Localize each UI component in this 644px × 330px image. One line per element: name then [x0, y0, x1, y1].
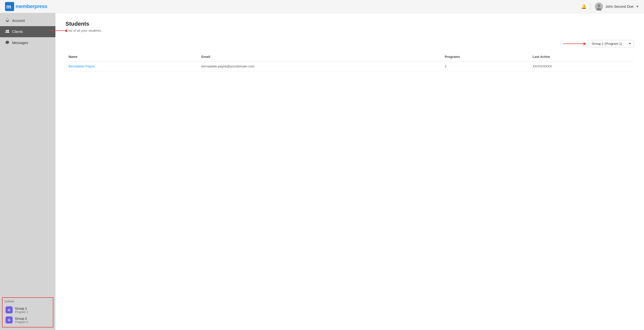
- avatar: [595, 3, 603, 11]
- user-menu[interactable]: John Second Doe ▼: [595, 3, 639, 11]
- sidebar-account-label: Account: [12, 19, 25, 23]
- user-name: John Second Doe: [605, 5, 633, 9]
- notification-bell-icon[interactable]: 🔔: [581, 4, 587, 9]
- student-programs-cell: 2: [442, 61, 530, 71]
- messages-icon: [5, 40, 10, 45]
- table-row: Bernadette Payne bernadette.payne@yourdo…: [65, 61, 634, 71]
- sidebar-clients-label: Clients: [12, 30, 23, 34]
- col-email: Email: [198, 52, 442, 61]
- header-right: 🔔 John Second Doe ▼: [581, 3, 639, 11]
- memberpress-logo-icon: m: [5, 2, 14, 11]
- cohort-filter-select[interactable]: Group 1 (Program 1) Group 2 (Program 2): [589, 40, 634, 47]
- account-icon: [5, 18, 10, 23]
- student-last-active-cell: XX/XX/XXXX: [530, 61, 634, 71]
- students-table: Name Email Programs Last Active Bernadet…: [65, 52, 634, 71]
- main-content: Students A list of all your students. Gr…: [55, 13, 644, 330]
- table-body: Bernadette Payne bernadette.payne@yourdo…: [65, 61, 634, 71]
- page-subtitle: A list of all your students.: [65, 29, 634, 32]
- cohort-group1-avatar: G: [6, 306, 13, 313]
- red-arrow-filter-annotation: [563, 42, 586, 45]
- sidebar-item-account[interactable]: Account: [0, 15, 55, 26]
- user-avatar-icon: [595, 3, 603, 11]
- cohort-group2-program: Program 2: [15, 320, 28, 323]
- student-email-cell: bernadette.payne@yourdomain.com: [198, 61, 442, 71]
- cohort-group1-program: Program 1: [15, 310, 28, 313]
- sidebar-nav: Account Clients Messages: [0, 13, 55, 295]
- header-divider: [591, 4, 591, 10]
- red-arrow-head: [584, 42, 586, 45]
- cohort-item-group1[interactable]: G Group 1 Program 1: [5, 305, 51, 315]
- sidebar: Account Clients Messages Cohorts G: [0, 13, 55, 330]
- clients-icon: [5, 29, 10, 34]
- col-name: Name: [65, 52, 198, 61]
- table-header: Name Email Programs Last Active: [65, 52, 634, 61]
- svg-point-3: [597, 4, 600, 7]
- col-last-active: Last Active: [530, 52, 634, 61]
- cohort-group1-name: Group 1: [15, 307, 28, 310]
- col-programs: Programs: [442, 52, 530, 61]
- cohort-group1-info: Group 1 Program 1: [15, 307, 28, 313]
- cohort-group2-name: Group 2: [15, 317, 28, 320]
- student-name-cell: Bernadette Payne: [65, 61, 198, 71]
- table-header-row: Name Email Programs Last Active: [65, 52, 634, 61]
- cohort-group2-avatar: G: [6, 316, 13, 323]
- logo-text: memberpress: [16, 4, 47, 9]
- svg-text:m: m: [6, 4, 11, 10]
- cohorts-section: Cohorts G Group 1 Program 1 G Group 2 Pr…: [2, 297, 53, 327]
- app-header: m memberpress 🔔 John Second Doe ▼: [0, 0, 644, 13]
- filter-row: Group 1 (Program 1) Group 2 (Program 2): [65, 40, 634, 47]
- main-layout: Account Clients Messages Cohorts G: [0, 13, 644, 330]
- student-name-link[interactable]: Bernadette Payne: [69, 64, 95, 68]
- red-arrow-line: [563, 44, 584, 44]
- cohort-group2-info: Group 2 Program 2: [15, 317, 28, 323]
- cohorts-title: Cohorts: [5, 300, 51, 303]
- page-title: Students: [65, 21, 634, 27]
- cohort-item-group2[interactable]: G Group 2 Program 2: [5, 315, 51, 325]
- user-menu-chevron-icon: ▼: [636, 5, 639, 8]
- sidebar-item-messages[interactable]: Messages: [0, 37, 55, 48]
- logo: m memberpress: [5, 2, 47, 11]
- sidebar-messages-label: Messages: [12, 41, 28, 45]
- sidebar-item-clients[interactable]: Clients: [0, 26, 55, 37]
